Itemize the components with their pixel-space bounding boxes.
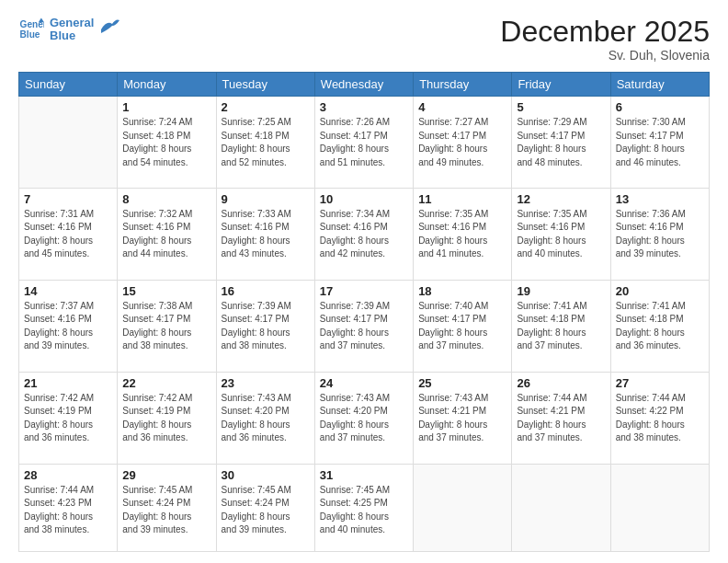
week-row-4: 21Sunrise: 7:42 AMSunset: 4:19 PMDayligh…	[19, 372, 710, 464]
weekday-header-thursday: Thursday	[414, 73, 512, 97]
weekday-header-sunday: Sunday	[19, 73, 118, 97]
day-info: Sunrise: 7:29 AMSunset: 4:17 PMDaylight:…	[517, 116, 605, 169]
day-info: Sunrise: 7:45 AMSunset: 4:25 PMDaylight:…	[320, 484, 408, 537]
title-block: December 2025 Sv. Duh, Slovenia	[500, 17, 710, 63]
day-info: Sunrise: 7:41 AMSunset: 4:18 PMDaylight:…	[616, 300, 704, 353]
day-cell: 1Sunrise: 7:24 AMSunset: 4:18 PMDaylight…	[118, 97, 216, 189]
day-cell: 25Sunrise: 7:43 AMSunset: 4:21 PMDayligh…	[414, 372, 512, 464]
day-info: Sunrise: 7:39 AMSunset: 4:17 PMDaylight:…	[320, 300, 408, 353]
day-info: Sunrise: 7:42 AMSunset: 4:19 PMDaylight:…	[24, 392, 112, 445]
day-number: 19	[517, 284, 605, 298]
day-cell: 13Sunrise: 7:36 AMSunset: 4:16 PMDayligh…	[610, 188, 709, 280]
day-info: Sunrise: 7:44 AMSunset: 4:22 PMDaylight:…	[616, 392, 704, 445]
day-cell: 7Sunrise: 7:31 AMSunset: 4:16 PMDaylight…	[19, 188, 118, 280]
day-info: Sunrise: 7:39 AMSunset: 4:17 PMDaylight:…	[222, 300, 310, 353]
day-number: 29	[122, 468, 210, 482]
day-info: Sunrise: 7:35 AMSunset: 4:16 PMDaylight:…	[517, 208, 605, 261]
day-number: 10	[320, 192, 408, 206]
day-number: 3	[320, 100, 408, 114]
day-number: 8	[122, 192, 210, 206]
day-cell: 9Sunrise: 7:33 AMSunset: 4:16 PMDaylight…	[216, 188, 314, 280]
day-number: 6	[616, 100, 704, 114]
day-number: 28	[24, 468, 112, 482]
day-cell	[19, 97, 118, 189]
day-cell	[512, 464, 610, 551]
day-cell: 28Sunrise: 7:44 AMSunset: 4:23 PMDayligh…	[19, 464, 118, 551]
logo-icon: General Blue	[18, 17, 44, 42]
day-info: Sunrise: 7:44 AMSunset: 4:21 PMDaylight:…	[517, 392, 605, 445]
day-info: Sunrise: 7:24 AMSunset: 4:18 PMDaylight:…	[122, 116, 210, 169]
day-cell: 17Sunrise: 7:39 AMSunset: 4:17 PMDayligh…	[314, 280, 413, 372]
day-cell: 29Sunrise: 7:45 AMSunset: 4:24 PMDayligh…	[118, 464, 216, 551]
day-cell: 24Sunrise: 7:43 AMSunset: 4:20 PMDayligh…	[314, 372, 413, 464]
day-info: Sunrise: 7:43 AMSunset: 4:21 PMDaylight:…	[418, 392, 506, 445]
day-info: Sunrise: 7:27 AMSunset: 4:17 PMDaylight:…	[418, 116, 506, 169]
day-cell: 12Sunrise: 7:35 AMSunset: 4:16 PMDayligh…	[512, 188, 610, 280]
location: Sv. Duh, Slovenia	[500, 48, 710, 63]
day-number: 26	[517, 376, 605, 390]
day-cell: 4Sunrise: 7:27 AMSunset: 4:17 PMDaylight…	[414, 97, 512, 189]
day-info: Sunrise: 7:45 AMSunset: 4:24 PMDaylight:…	[222, 484, 310, 537]
day-info: Sunrise: 7:25 AMSunset: 4:18 PMDaylight:…	[222, 116, 310, 169]
weekday-header-monday: Monday	[118, 73, 216, 97]
weekday-header-saturday: Saturday	[610, 73, 709, 97]
day-number: 5	[517, 100, 605, 114]
day-number: 11	[418, 192, 506, 206]
logo: General Blue General Blue	[18, 17, 119, 43]
day-cell	[610, 464, 709, 551]
day-number: 24	[320, 376, 408, 390]
day-cell: 22Sunrise: 7:42 AMSunset: 4:19 PMDayligh…	[118, 372, 216, 464]
day-cell: 18Sunrise: 7:40 AMSunset: 4:17 PMDayligh…	[414, 280, 512, 372]
day-cell: 2Sunrise: 7:25 AMSunset: 4:18 PMDaylight…	[216, 97, 314, 189]
day-info: Sunrise: 7:38 AMSunset: 4:17 PMDaylight:…	[122, 300, 210, 353]
day-info: Sunrise: 7:42 AMSunset: 4:19 PMDaylight:…	[122, 392, 210, 445]
logo-blue: Blue	[50, 29, 94, 42]
day-number: 15	[122, 284, 210, 298]
day-cell: 26Sunrise: 7:44 AMSunset: 4:21 PMDayligh…	[512, 372, 610, 464]
weekday-header-tuesday: Tuesday	[216, 73, 314, 97]
logo-general: General	[50, 17, 94, 29]
day-info: Sunrise: 7:44 AMSunset: 4:23 PMDaylight:…	[24, 484, 112, 537]
day-number: 31	[320, 468, 408, 482]
week-row-1: 1Sunrise: 7:24 AMSunset: 4:18 PMDaylight…	[19, 97, 710, 189]
day-number: 22	[122, 376, 210, 390]
day-number: 9	[222, 192, 310, 206]
day-number: 27	[616, 376, 704, 390]
weekday-header-friday: Friday	[512, 73, 610, 97]
day-info: Sunrise: 7:37 AMSunset: 4:16 PMDaylight:…	[24, 300, 112, 353]
day-number: 16	[222, 284, 310, 298]
day-cell: 19Sunrise: 7:41 AMSunset: 4:18 PMDayligh…	[512, 280, 610, 372]
weekday-header-wednesday: Wednesday	[314, 73, 413, 97]
day-cell: 15Sunrise: 7:38 AMSunset: 4:17 PMDayligh…	[118, 280, 216, 372]
day-cell: 11Sunrise: 7:35 AMSunset: 4:16 PMDayligh…	[414, 188, 512, 280]
svg-text:Blue: Blue	[20, 30, 40, 40]
day-number: 25	[418, 376, 506, 390]
day-cell: 6Sunrise: 7:30 AMSunset: 4:17 PMDaylight…	[610, 97, 709, 189]
day-number: 1	[122, 100, 210, 114]
day-info: Sunrise: 7:41 AMSunset: 4:18 PMDaylight:…	[517, 300, 605, 353]
day-number: 21	[24, 376, 112, 390]
day-number: 23	[222, 376, 310, 390]
day-number: 13	[616, 192, 704, 206]
day-cell: 14Sunrise: 7:37 AMSunset: 4:16 PMDayligh…	[19, 280, 118, 372]
header: General Blue General Blue December 2025 …	[18, 17, 710, 63]
day-info: Sunrise: 7:36 AMSunset: 4:16 PMDaylight:…	[616, 208, 704, 261]
day-info: Sunrise: 7:45 AMSunset: 4:24 PMDaylight:…	[122, 484, 210, 537]
day-cell	[414, 464, 512, 551]
day-info: Sunrise: 7:40 AMSunset: 4:17 PMDaylight:…	[418, 300, 506, 353]
logo-bird-icon	[99, 17, 119, 37]
day-info: Sunrise: 7:30 AMSunset: 4:17 PMDaylight:…	[616, 116, 704, 169]
day-info: Sunrise: 7:32 AMSunset: 4:16 PMDaylight:…	[122, 208, 210, 261]
month-title: December 2025	[500, 17, 710, 46]
day-info: Sunrise: 7:43 AMSunset: 4:20 PMDaylight:…	[320, 392, 408, 445]
day-cell: 10Sunrise: 7:34 AMSunset: 4:16 PMDayligh…	[314, 188, 413, 280]
day-info: Sunrise: 7:43 AMSunset: 4:20 PMDaylight:…	[222, 392, 310, 445]
day-cell: 20Sunrise: 7:41 AMSunset: 4:18 PMDayligh…	[610, 280, 709, 372]
day-number: 18	[418, 284, 506, 298]
page: General Blue General Blue December 2025 …	[0, 0, 728, 563]
day-number: 7	[24, 192, 112, 206]
day-cell: 3Sunrise: 7:26 AMSunset: 4:17 PMDaylight…	[314, 97, 413, 189]
day-info: Sunrise: 7:26 AMSunset: 4:17 PMDaylight:…	[320, 116, 408, 169]
day-cell: 31Sunrise: 7:45 AMSunset: 4:25 PMDayligh…	[314, 464, 413, 551]
day-cell: 30Sunrise: 7:45 AMSunset: 4:24 PMDayligh…	[216, 464, 314, 551]
